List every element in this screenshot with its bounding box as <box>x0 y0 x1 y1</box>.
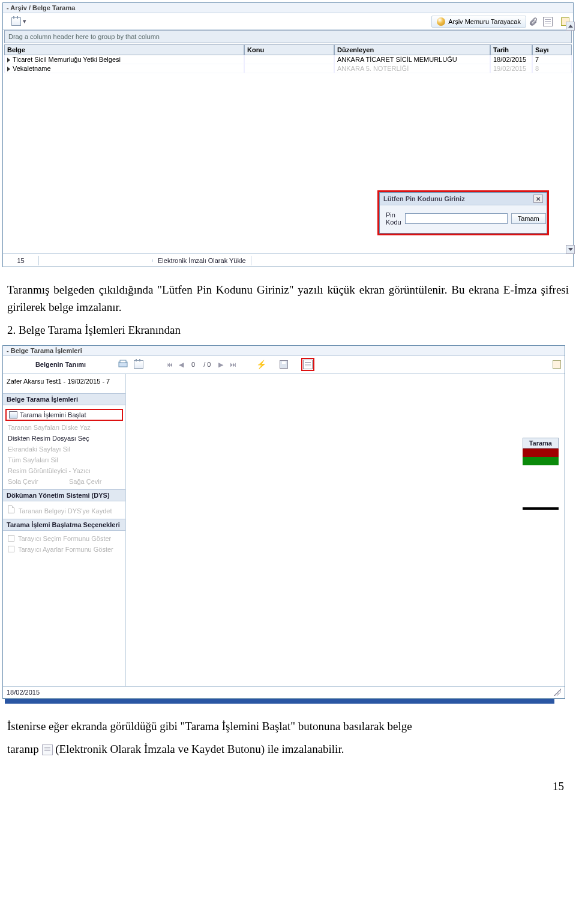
archive-clerk-scan-button[interactable]: Arşiv Memuru Tarayacak <box>431 16 526 28</box>
calendar-icon[interactable]: ▾ <box>7 17 31 26</box>
table-row[interactable]: Ticaret Sicil Memurluğu Yetki Belgesi AN… <box>4 55 572 64</box>
archive-clerk-label: Arşiv Memuru Tarayacak <box>448 18 521 25</box>
doc-definition-label: Belgenin Tanımı <box>7 361 115 368</box>
start-scan-button[interactable]: Tarama İşlemini Başlat <box>5 409 123 421</box>
window-title: - Arşiv / Belge Tarama <box>3 3 573 13</box>
status-date: 18/02/2015 <box>7 689 40 696</box>
show-scanner-select-form[interactable]: Tarayıcı Seçim Formunu Göster <box>3 533 125 544</box>
pin-dialog-title: Lütfen Pin Kodunu Giriniz <box>383 195 465 202</box>
save-to-dys[interactable]: Taranan Belgeyi DYS'ye Kaydet <box>3 504 125 516</box>
image-viewer-printer[interactable]: Resim Görüntüleyici - Yazıcı <box>3 465 125 476</box>
cell-konu <box>244 55 334 64</box>
calendar-icon[interactable] <box>134 360 143 369</box>
decorative-blue-bar <box>5 699 554 704</box>
green-status-bar <box>523 457 559 465</box>
save-scanned-pages[interactable]: Taranan Sayfaları Diske Yaz <box>3 422 125 433</box>
body-paragraph-3a: İstenirse eğer ekranda görüldüğü gibi "T… <box>0 706 576 739</box>
pin-label: Pin Kodu <box>386 211 401 226</box>
sign-save-inline-icon <box>42 744 53 755</box>
save-icon[interactable] <box>280 360 288 369</box>
document-scan-operations-window: - Belge Tarama İşlemleri Belgenin Tanımı… <box>2 345 565 699</box>
svg-rect-1 <box>120 360 126 363</box>
page-number: 15 <box>0 762 576 799</box>
table-row[interactable]: Vekaletname ANKARA 5. NOTERLİĞİ 19/02/20… <box>4 64 572 73</box>
scroll-down-button[interactable] <box>566 245 575 254</box>
close-icon[interactable]: ✕ <box>533 195 543 203</box>
cell-belge: Vekaletname <box>13 65 51 72</box>
dys-panel-title: Döküman Yönetim Sistemi (DYS) <box>3 489 125 501</box>
table-header-row: Belge Konu Düzenleyen Tarih Sayı <box>4 44 572 55</box>
status-bar: 15 Elektronik İmzalı Olarak Yükle <box>3 253 573 267</box>
scroll-up-button[interactable] <box>566 22 575 31</box>
resize-grip-icon[interactable] <box>554 689 561 696</box>
black-divider <box>523 507 559 510</box>
scanner-icon[interactable] <box>118 360 128 369</box>
body-paragraph-1: Taranmış belgeden çıkıldığında "Lütfen P… <box>0 270 576 319</box>
select-image-from-disk[interactable]: Diskten Resim Dosyası Seç <box>3 433 125 444</box>
cell-sayi: 7 <box>532 55 572 64</box>
scan-ops-panel-title: Belge Tarama İşlemleri <box>3 393 125 405</box>
toolbar: Belgenin Tanımı ⏮ ◀ 0 / 0 ▶ ⏭ ⚡ <box>3 356 565 374</box>
paperclip-icon[interactable] <box>529 17 538 26</box>
tarama-side-panel: Tarama <box>523 438 559 510</box>
rotate-left[interactable]: Sola Çevir <box>3 476 64 487</box>
nav-prev-icon[interactable]: ◀ <box>177 360 185 369</box>
user-avatar-icon <box>437 17 445 26</box>
status-left: 15 <box>3 256 39 265</box>
sidebar: Zafer Akarsu Test1 - 19/02/2015 - 7 Belg… <box>3 374 126 686</box>
scan-canvas: Tarama <box>126 374 565 686</box>
lightning-icon[interactable]: ⚡ <box>256 360 266 369</box>
window-title: - Belge Tarama İşlemleri <box>3 346 565 356</box>
group-by-hint[interactable]: Drag a column header here to group by th… <box>4 30 572 43</box>
toolbar: ▾ Arşiv Memuru Tarayacak <box>3 13 573 30</box>
archive-scan-window: - Arşiv / Belge Tarama ▾ Arşiv Memuru Ta… <box>2 2 574 267</box>
tarama-label: Tarama <box>523 438 559 448</box>
cell-duzenleyen: ANKARA TİCARET SİCİL MEMURLUĞU <box>334 55 490 64</box>
cell-konu <box>244 64 334 73</box>
show-scanner-settings-form[interactable]: Tarayıcı Ayarlar Formunu Göster <box>3 544 125 555</box>
status-upload-label[interactable]: Elektronik İmzalı Olarak Yükle <box>153 256 251 265</box>
col-duzenleyen[interactable]: Düzenleyen <box>334 44 490 55</box>
pin-dialog-highlight: Lütfen Pin Kodunu Giriniz ✕ Pin Kodu Tam… <box>377 190 549 235</box>
cell-belge: Ticaret Sicil Memurluğu Yetki Belgesi <box>13 56 121 63</box>
status-bar: 18/02/2015 <box>3 686 565 698</box>
nav-first-icon[interactable]: ⏮ <box>165 360 173 369</box>
cell-sayi: 8 <box>532 64 572 73</box>
col-tarih[interactable]: Tarih <box>490 44 532 55</box>
checkbox-icon <box>8 546 14 552</box>
rotate-right[interactable]: Sağa Çevir <box>64 476 125 487</box>
page-icon <box>8 506 14 513</box>
nav-next-icon[interactable]: ▶ <box>217 360 225 369</box>
nav-current: 0 <box>189 361 197 368</box>
delete-current-page[interactable]: Ekrandaki Sayfayı Sil <box>3 444 125 454</box>
doc-info-text: Zafer Akarsu Test1 - 19/02/2015 - 7 <box>3 374 125 393</box>
pin-ok-button[interactable]: Tamam <box>511 213 546 224</box>
col-belge[interactable]: Belge <box>4 44 244 55</box>
delete-all-pages[interactable]: Tüm Sayfaları Sil <box>3 454 125 465</box>
sign-save-icon[interactable] <box>303 360 313 369</box>
sign-and-save-button-highlight <box>301 358 314 371</box>
cell-tarih: 18/02/2015 <box>490 55 532 64</box>
note-icon[interactable] <box>543 17 553 26</box>
col-konu[interactable]: Konu <box>244 44 334 55</box>
body-paragraph-2: 2. Belge Tarama İşlemleri Ekranından <box>0 319 576 343</box>
toolbar-small-button[interactable] <box>553 360 561 369</box>
grid-empty-area: Lütfen Pin Kodunu Giriniz ✕ Pin Kodu Tam… <box>3 73 573 253</box>
cell-duzenleyen: ANKARA 5. NOTERLİĞİ <box>334 64 490 73</box>
scan-start-options-title: Tarama İşlemi Başlatma Seçenekleri <box>3 519 125 531</box>
cell-tarih: 19/02/2015 <box>490 64 532 73</box>
body-paragraph-3b: taranıp (Elektronik Olarak İmzala ve Kay… <box>0 738 576 762</box>
nav-last-icon[interactable]: ⏭ <box>229 360 237 369</box>
pin-input[interactable] <box>405 213 508 224</box>
start-scan-label: Tarama İşlemini Başlat <box>20 411 86 418</box>
nav-total: / 0 <box>201 361 213 368</box>
scanner-small-icon <box>9 411 17 418</box>
checkbox-icon <box>8 535 14 542</box>
red-status-bar <box>523 448 559 457</box>
col-sayi[interactable]: Sayı <box>532 44 572 55</box>
pin-dialog: Lütfen Pin Kodunu Giriniz ✕ Pin Kodu Tam… <box>379 192 547 234</box>
